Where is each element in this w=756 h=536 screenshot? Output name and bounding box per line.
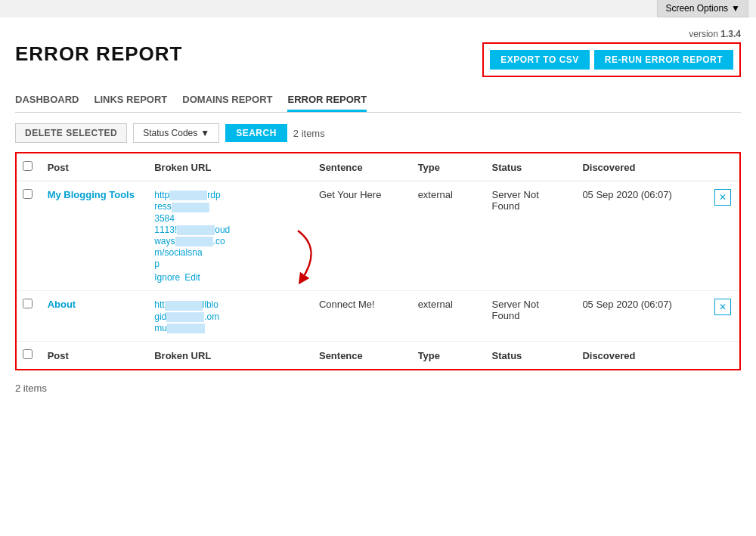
row2-broken-url[interactable]: httllblo gid.om mu	[154, 299, 219, 333]
chevron-down-icon: ▼	[731, 3, 740, 14]
action-buttons-container: EXPORT TO CSV RE-RUN ERROR REPORT	[482, 42, 741, 77]
url-redacted-4	[175, 237, 213, 246]
table-row: My Blogging Tools httprdp ress 3584 1113…	[17, 181, 739, 291]
url2-text-2: llblo	[203, 299, 218, 310]
row2-delete: ✕	[708, 291, 739, 342]
row2-delete-button[interactable]: ✕	[714, 299, 731, 315]
url2-text-4: .om	[204, 311, 219, 322]
footer-checkbox[interactable]	[23, 349, 33, 359]
footer-broken-url: Broken URL	[148, 342, 313, 370]
header-sentence: Sentence	[313, 153, 412, 181]
nav-tabs: DASHBOARD LINKS REPORT DOMAINS REPORT ER…	[15, 89, 741, 113]
url2-redacted-2	[166, 312, 204, 322]
row2-check	[17, 291, 42, 342]
row2-sentence: Connect Me!	[313, 291, 412, 342]
footer-type: Type	[412, 342, 486, 370]
url-text-8: .co	[213, 236, 225, 246]
url-text-2: rdp	[207, 190, 220, 200]
row1-delete-button[interactable]: ✕	[714, 189, 731, 206]
row1-discovered: 05 Sep 2020 (06:07)	[576, 181, 708, 291]
row1-edit-link[interactable]: Edit	[184, 272, 200, 283]
footer-count: 2 items	[15, 378, 741, 398]
row1-status-line1: Server Not	[492, 189, 539, 200]
toolbar: DELETE SELECTED Status Codes ▼ SEARCH 2 …	[15, 123, 741, 143]
tab-error-report[interactable]: ERROR REPORT	[287, 89, 367, 112]
row1-type: external	[412, 181, 486, 291]
row1-checkbox[interactable]	[23, 189, 33, 199]
tab-domains-report[interactable]: DOMAINS REPORT	[182, 89, 272, 112]
screen-options-button[interactable]: Screen Options ▼	[657, 0, 748, 17]
status-codes-dropdown[interactable]: Status Codes ▼	[133, 123, 219, 143]
row1-delete: ✕	[708, 181, 739, 291]
row2-post: About	[42, 291, 149, 342]
row2-status-line2: Found	[492, 310, 520, 321]
url-text-6: oud	[215, 225, 230, 235]
screen-options-label: Screen Options	[665, 3, 728, 14]
footer-discovered: Discovered	[576, 342, 708, 370]
delete-selected-button[interactable]: DELETE SELECTED	[15, 123, 127, 143]
select-all-checkbox[interactable]	[23, 161, 33, 171]
row1-url-actions: Ignore Edit	[154, 272, 307, 283]
url-text-1: http	[154, 190, 169, 200]
table-row: About httllblo gid.om mu Connect Me! ext…	[17, 291, 739, 342]
url-text-10: p	[154, 259, 160, 269]
header-delete	[708, 153, 739, 181]
row1-broken-url[interactable]: httprdp ress 3584 1113!oud ways.co m/soc…	[154, 190, 230, 269]
row1-check	[17, 181, 42, 291]
export-csv-button[interactable]: EXPORT TO CSV	[490, 50, 590, 70]
row1-status: Server Not Found	[486, 181, 577, 291]
row2-url: httllblo gid.om mu	[148, 291, 313, 342]
tab-links-report[interactable]: LINKS REPORT	[94, 89, 168, 112]
url-redacted-3	[177, 225, 215, 235]
page-title: ERROR REPORT	[15, 42, 182, 66]
header-type: Type	[412, 153, 486, 181]
url2-text-3: gid	[154, 311, 166, 322]
row2-status-line1: Server Not	[492, 299, 539, 310]
url-text-3: ress	[154, 201, 172, 212]
row1-sentence: Get Your Here	[313, 181, 412, 291]
url-text-4: 3584	[154, 213, 175, 224]
status-codes-label: Status Codes	[143, 128, 197, 138]
url2-redacted-3	[167, 324, 205, 333]
row2-discovered: 05 Sep 2020 (06:07)	[576, 291, 708, 342]
header-discovered: Discovered	[576, 153, 708, 181]
version-text: version 1.3.4	[689, 29, 741, 39]
footer-sentence: Sentence	[313, 342, 412, 370]
url2-text-1: htt	[154, 299, 164, 310]
footer-del	[708, 342, 739, 370]
row2-checkbox[interactable]	[23, 299, 33, 308]
rerun-error-report-button[interactable]: RE-RUN ERROR REPORT	[594, 50, 733, 70]
footer-check	[17, 342, 42, 370]
row1-ignore-link[interactable]: Ignore	[154, 272, 180, 283]
row1-post-link[interactable]: My Blogging Tools	[48, 189, 135, 200]
header-check	[17, 153, 42, 181]
footer-status: Status	[486, 342, 577, 370]
error-table-container: Post Broken URL Sentence Type Status Dis…	[15, 152, 741, 370]
search-button[interactable]: SEARCH	[225, 124, 287, 142]
url-redacted-1	[169, 191, 207, 200]
url2-text-5: mu	[154, 323, 167, 333]
header-broken-url: Broken URL	[148, 153, 313, 181]
row2-type: external	[412, 291, 486, 342]
header-post: Post	[42, 153, 149, 181]
row1-url: httprdp ress 3584 1113!oud ways.co m/soc…	[148, 181, 313, 291]
header-status: Status	[486, 153, 577, 181]
row2-post-link[interactable]: About	[48, 299, 76, 310]
url-text-7: ways	[154, 236, 175, 246]
tab-dashboard[interactable]: DASHBOARD	[15, 89, 79, 112]
row1-status-line2: Found	[492, 200, 520, 212]
items-count: 2 items	[293, 128, 325, 139]
url-redacted-2	[172, 203, 209, 212]
row1-post: My Blogging Tools	[42, 181, 149, 291]
dropdown-arrow-icon: ▼	[200, 128, 209, 138]
url-text-9: m/socialsna	[154, 247, 202, 258]
url2-redacted-1	[165, 301, 203, 311]
footer-post: Post	[42, 342, 149, 370]
url-text-5: 1113!	[154, 225, 177, 235]
row2-status: Server Not Found	[486, 291, 577, 342]
